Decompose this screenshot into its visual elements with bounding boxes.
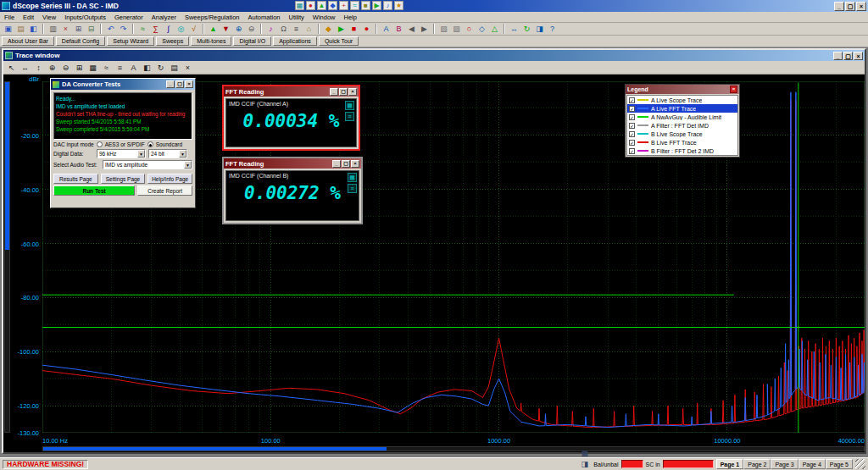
- overlay-play-icon[interactable]: ▶: [372, 1, 381, 10]
- channel-b-icon[interactable]: B: [392, 24, 405, 35]
- help-icon[interactable]: ?: [546, 24, 559, 35]
- settings-page-button[interactable]: Settings Page: [101, 174, 146, 184]
- legend-item[interactable]: ✓A NwAvGuy - Audible Limit: [627, 113, 737, 121]
- menu-sweeps-regulation[interactable]: Sweeps/Regulation: [181, 13, 244, 22]
- save-icon[interactable]: ◧: [27, 24, 40, 35]
- help-info-page-button[interactable]: Help/Info Page: [147, 174, 192, 184]
- run-test-button[interactable]: Run Test: [53, 185, 135, 196]
- pan-v-icon[interactable]: ↕: [32, 62, 45, 74]
- title-bar[interactable]: dScope Series III - DA SC - IMD ▦●▲◆+≈■▶…: [0, 0, 868, 12]
- sample-rate-select[interactable]: 96 kHz ▼: [97, 149, 146, 158]
- legend-checkbox[interactable]: ✓: [629, 114, 635, 120]
- radio-soundcard-label[interactable]: Soundcard: [156, 141, 182, 147]
- cut-icon[interactable]: ×: [59, 24, 72, 35]
- overlay-record-icon[interactable]: ●: [306, 1, 315, 10]
- reading-log-icon[interactable]: ≡: [345, 112, 354, 121]
- next-icon[interactable]: ▶: [418, 24, 431, 35]
- legend-title-bar[interactable]: Legend ×: [626, 85, 739, 94]
- axes-icon[interactable]: ⊞: [73, 62, 86, 74]
- vertical-axis-scrollbar[interactable]: [4, 81, 10, 433]
- menu-automation[interactable]: Automation: [244, 13, 285, 22]
- zoom-out-icon[interactable]: ⊖: [59, 62, 72, 74]
- menu-utility[interactable]: Utility: [285, 13, 309, 22]
- prev-icon[interactable]: ◀: [405, 24, 418, 35]
- trace-window-title-bar[interactable]: Trace window _ ▢ ×: [3, 50, 865, 61]
- trace-close-button[interactable]: ×: [854, 52, 863, 60]
- trace-restore-button[interactable]: ▢: [843, 52, 853, 60]
- limits-icon[interactable]: △: [488, 24, 501, 35]
- page-tab-page-1[interactable]: Page 1: [716, 459, 744, 469]
- paste-icon[interactable]: ⊟: [85, 24, 97, 35]
- redo-icon[interactable]: ↷: [117, 24, 130, 35]
- reference-icon[interactable]: ⊖: [245, 24, 258, 35]
- digital-io-icon[interactable]: ⊕: [232, 24, 245, 35]
- multitone-icon[interactable]: ♪: [264, 24, 277, 35]
- overlay-stop-icon[interactable]: ■: [361, 1, 370, 10]
- legend-icon[interactable]: ≡: [114, 62, 126, 74]
- fft-b-maximize-button[interactable]: ▢: [342, 160, 350, 168]
- monitor-icon[interactable]: ◨: [533, 24, 546, 35]
- reading-log-icon[interactable]: ≡: [348, 184, 357, 193]
- dropdown-arrow-icon[interactable]: ▼: [137, 150, 145, 158]
- menu-edit[interactable]: Edit: [19, 13, 38, 22]
- fft-a-minimize-button[interactable]: _: [330, 88, 338, 96]
- legend-checkbox[interactable]: ✓: [629, 106, 635, 112]
- run-icon[interactable]: ▶: [335, 24, 348, 35]
- annotation-icon[interactable]: A: [127, 62, 140, 74]
- page-tab-page-4[interactable]: Page 4: [798, 459, 826, 469]
- overlay-marker-icon[interactable]: ◆: [328, 1, 337, 10]
- analyzer-icon[interactable]: ∑: [149, 24, 162, 35]
- menu-file[interactable]: File: [0, 13, 19, 22]
- outputs-icon[interactable]: ▼: [220, 24, 232, 35]
- record-icon[interactable]: ●: [360, 24, 373, 35]
- page-tab-page-3[interactable]: Page 3: [771, 459, 798, 469]
- dialog-close-button[interactable]: ×: [185, 80, 193, 88]
- undo-icon[interactable]: ↶: [104, 24, 117, 35]
- userbar-default-config[interactable]: Default Config: [56, 36, 105, 46]
- channel-a-icon[interactable]: A: [380, 24, 392, 35]
- keyboard-icon[interactable]: ▦: [578, 448, 591, 459]
- fft-b-title-bar[interactable]: FFT Reading _ ▢ ×: [224, 158, 361, 169]
- marker-icon[interactable]: ◆: [322, 24, 335, 35]
- overlay-fft-icon[interactable]: ▦: [295, 1, 304, 10]
- open-icon[interactable]: ▤: [14, 24, 27, 35]
- horizontal-axis-scrollbar[interactable]: [42, 446, 865, 451]
- legend-item[interactable]: ✓B Live FFT Trace: [627, 138, 737, 147]
- menu-generator[interactable]: Generator: [110, 13, 147, 22]
- inputs-icon[interactable]: ▲: [207, 24, 220, 35]
- new-icon[interactable]: ▣: [2, 24, 14, 35]
- overlay-wave-icon[interactable]: ≈: [350, 1, 359, 10]
- table-icon[interactable]: ▨: [450, 24, 463, 35]
- refresh-icon[interactable]: ↻: [154, 62, 167, 74]
- legend-close-button[interactable]: ×: [730, 86, 737, 93]
- audio-test-select[interactable]: IMD vs amplitude ▼: [103, 160, 192, 169]
- userbar-about-user-bar[interactable]: About User Bar: [2, 36, 54, 46]
- monitor-icon[interactable]: ◨: [578, 459, 591, 470]
- legend-checkbox[interactable]: ✓: [629, 140, 635, 146]
- menu-window[interactable]: Window: [309, 13, 340, 22]
- select-icon[interactable]: ↖: [5, 62, 18, 74]
- legend-item[interactable]: ✓A Live FFT Trace: [627, 104, 737, 113]
- overlay-fav-icon[interactable]: ★: [394, 1, 403, 10]
- close-trace-icon[interactable]: ×: [181, 62, 194, 74]
- settings-icon[interactable]: Ω: [277, 24, 290, 35]
- dialog-minimize-button[interactable]: _: [166, 80, 175, 88]
- userbar-applications[interactable]: Applications: [273, 36, 317, 46]
- page-tab-page-2[interactable]: Page 2: [743, 459, 771, 469]
- maximize-button[interactable]: ▢: [845, 2, 855, 11]
- reading-settings-icon[interactable]: ▦: [348, 173, 357, 182]
- generator-icon[interactable]: ≈: [136, 24, 149, 35]
- fft-b-minimize-button[interactable]: _: [332, 160, 341, 168]
- fft-icon[interactable]: ∫: [162, 24, 175, 35]
- menu-inputs-outputs[interactable]: Inputs/Outputs: [60, 13, 110, 22]
- dialog-maximize-button[interactable]: ▢: [175, 80, 184, 88]
- bit-depth-select[interactable]: 24 bit ▼: [148, 149, 187, 158]
- userbar-sweeps[interactable]: Sweeps: [156, 36, 189, 46]
- stop-icon[interactable]: ■: [348, 24, 360, 35]
- print-icon[interactable]: ▥: [47, 24, 59, 35]
- create-report-button[interactable]: Create Report: [137, 185, 192, 196]
- overlay-tone-icon[interactable]: ♪: [383, 1, 392, 10]
- overlay-add-icon[interactable]: +: [339, 1, 348, 10]
- horizontal-scroll-thumb[interactable]: [43, 447, 387, 451]
- overlay-run-icon[interactable]: ▲: [317, 1, 326, 10]
